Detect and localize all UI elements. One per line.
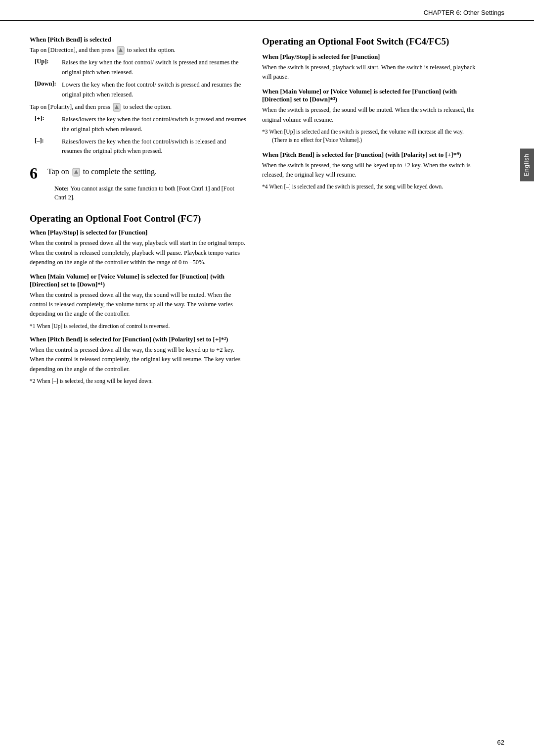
pitch-bend-intro: Tap on [Direction], and then press to se…	[30, 46, 247, 55]
fc4-pitch-bend-text: When the switch is pressed, the song wil…	[262, 161, 480, 180]
right-column: Operating an Optional Foot Switch (FC4/F…	[262, 36, 480, 392]
fc4-footnote3: *3 When [Up] is selected and the switch …	[262, 128, 480, 145]
fc7-footnote1: *1 When [Up] is selected, the direction …	[30, 322, 247, 331]
page-number: 62	[497, 739, 504, 746]
down-item: [Down]: Lowers the key when the foot con…	[30, 80, 247, 99]
fc4-footnote4: *4 When [–] is selected and the switch i…	[262, 183, 480, 191]
fc4-main-volume-text: When the switch is pressed, the sound wi…	[262, 105, 480, 125]
pitch-bend-section: When [Pitch Bend] is selected Tap on [Di…	[30, 36, 247, 156]
content-area: When [Pitch Bend] is selected Tap on [Di…	[0, 21, 534, 407]
page-header: CHAPTER 6: Other Settings	[0, 0, 534, 21]
down-label: [Down]:	[35, 80, 62, 99]
minus-text: Raises/lowers the key when the foot cont…	[62, 137, 247, 156]
fc4-fc5-section: Operating an Optional Foot Switch (FC4/F…	[262, 36, 480, 191]
fc7-main-volume-text: When the control is pressed down all the…	[30, 290, 247, 319]
plus-text: Raises/lowers the key when the foot cont…	[62, 115, 247, 134]
note-label: Note:	[54, 185, 69, 192]
complete-icon	[72, 168, 80, 177]
step-number: 6	[30, 165, 44, 181]
fc7-footnote2: *2 When [–] is selected, the song will b…	[30, 377, 247, 385]
direction-icon	[117, 46, 125, 55]
up-text: Raises the key when the foot control/ sw…	[62, 58, 247, 77]
fc7-section: Operating an Optional Foot Control (FC7)…	[30, 213, 247, 386]
pitch-bend-heading: When [Pitch Bend] is selected	[30, 36, 247, 44]
down-text: Lowers the key when the foot control/ sw…	[62, 80, 247, 99]
step-6: 6 Tap on to complete the setting.	[30, 165, 247, 181]
fc4-play-stop-heading: When [Play/Stop] is selected for [Functi…	[262, 53, 480, 61]
up-label: [Up]:	[35, 58, 62, 77]
fc4-main-volume-heading: When [Main Volume] or [Voice Volume] is …	[262, 88, 480, 103]
minus-item: [–]: Raises/lowers the key when the foot…	[30, 137, 247, 156]
fc7-main-volume-heading: When [Main Volume] or [Voice Volume] is …	[30, 273, 247, 288]
fc7-pitch-bend-heading: When [Pitch Bend] is selected for [Funct…	[30, 335, 247, 343]
fc4-pitch-bend-heading: When [Pitch Bend] is selected for [Funct…	[262, 151, 480, 159]
fc7-play-stop-heading: When [Play/Stop] is selected for [Functi…	[30, 229, 247, 236]
polarity-icon	[113, 103, 121, 112]
left-column: When [Pitch Bend] is selected Tap on [Di…	[30, 36, 247, 392]
minus-label: [–]:	[35, 137, 62, 156]
note-text: You cannot assign the same function to b…	[54, 185, 234, 201]
fc7-pitch-bend-text: When the control is pressed down all the…	[30, 345, 247, 374]
plus-item: [+]: Raises/lowers the key when the foot…	[30, 115, 247, 134]
step-6-content: Tap on to complete the setting.	[47, 165, 157, 178]
step-text: Tap on to complete the setting.	[47, 164, 157, 176]
up-item: [Up]: Raises the key when the foot contr…	[30, 58, 247, 77]
fc7-heading: Operating an Optional Foot Control (FC7)	[30, 213, 247, 225]
fc7-play-stop-text: When the control is pressed down all the…	[30, 238, 247, 267]
plus-label: [+]:	[35, 115, 62, 134]
page-container: CHAPTER 6: Other Settings English When […	[0, 0, 534, 756]
note-block: Note: You cannot assign the same functio…	[30, 184, 247, 202]
sidebar-english-label: English	[520, 148, 534, 181]
chapter-title: CHAPTER 6: Other Settings	[424, 9, 504, 16]
polarity-intro: Tap on [Polarity], and then press to sel…	[30, 102, 247, 112]
page-footer: 62	[497, 739, 504, 746]
fc4-fc5-heading: Operating an Optional Foot Switch (FC4/F…	[262, 36, 480, 48]
fc4-play-stop-text: When the switch is pressed, playback wil…	[262, 63, 480, 82]
